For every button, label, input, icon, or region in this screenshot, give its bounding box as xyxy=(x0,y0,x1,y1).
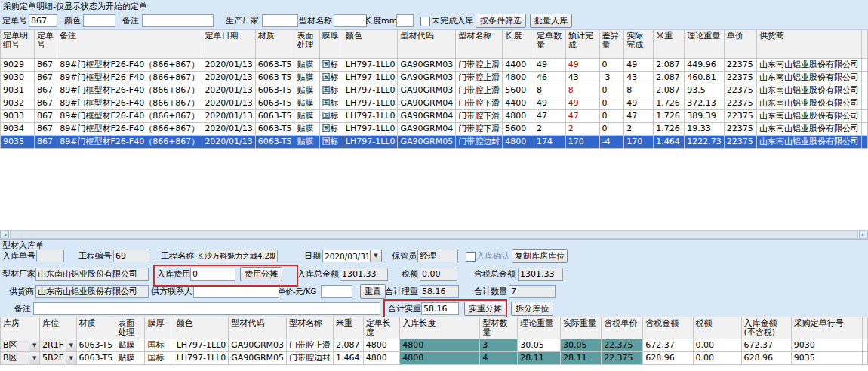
cell[interactable]: 6063-T5 xyxy=(255,136,294,149)
unfinished-inbound-checkbox[interactable] xyxy=(420,17,430,26)
actual-weight-allocate-button[interactable]: 实重分摊 xyxy=(464,302,506,316)
cell[interactable] xyxy=(862,136,868,149)
cell[interactable]: 867 xyxy=(35,84,57,97)
chevron-down-icon[interactable]: ▼ xyxy=(66,352,76,364)
cell[interactable]: 372.13 xyxy=(685,97,725,110)
cell[interactable]: 5600 xyxy=(503,84,534,97)
cell[interactable]: 2.087 xyxy=(334,339,364,352)
cell[interactable]: 0.00 xyxy=(693,339,741,352)
cell[interactable]: 贴膜 xyxy=(294,97,319,110)
cell[interactable]: GA90GRM04 xyxy=(398,123,456,136)
column-header[interactable]: 含税单价 xyxy=(602,317,643,339)
cell[interactable]: 22375 xyxy=(724,97,756,110)
cell[interactable]: 山东南山铝业股份有限公司 xyxy=(757,110,862,123)
cell[interactable]: 22375 xyxy=(724,59,756,72)
cell[interactable]: -3 xyxy=(599,72,624,84)
cell[interactable] xyxy=(862,97,868,110)
cell[interactable] xyxy=(862,339,867,352)
total-with-tax-input[interactable] xyxy=(518,268,563,281)
cell[interactable]: -4 xyxy=(599,136,624,149)
cell[interactable]: 0 xyxy=(599,97,624,110)
cell[interactable]: 49 xyxy=(565,97,599,110)
cell[interactable]: 4800 xyxy=(400,339,480,352)
cell[interactable]: 9029 xyxy=(1,59,35,72)
cell[interactable]: 0 xyxy=(599,110,624,123)
cell[interactable]: 0 xyxy=(599,59,624,72)
cell[interactable]: 贴膜 xyxy=(294,136,319,149)
cell[interactable]: 89#门框型材F26-F40（866+867） xyxy=(57,136,202,149)
cell[interactable]: 4800 xyxy=(503,110,534,123)
column-header[interactable]: 税额 xyxy=(693,317,741,339)
total-actual-weight-input[interactable] xyxy=(421,302,459,315)
column-header[interactable] xyxy=(862,30,868,59)
cell[interactable]: 867 xyxy=(35,97,57,110)
cell[interactable]: 门带腔下滑 xyxy=(456,97,503,110)
cell[interactable]: 47 xyxy=(624,110,654,123)
supplier-contact-input[interactable] xyxy=(193,285,279,298)
cell[interactable]: 国标 xyxy=(319,123,343,136)
split-bin-button[interactable]: 拆分库位 xyxy=(511,302,553,316)
filter-length-input[interactable] xyxy=(396,14,414,27)
cell[interactable]: 1.726 xyxy=(654,97,685,110)
cell[interactable]: 国标 xyxy=(145,339,174,352)
cell[interactable]: 山东南山铝业股份有限公司 xyxy=(757,84,862,97)
column-header[interactable]: 定单数量 xyxy=(534,30,566,59)
cell[interactable]: 贴膜 xyxy=(294,72,319,84)
cell[interactable]: 贴膜 xyxy=(115,339,145,352)
date-dropdown-button[interactable]: ▼ xyxy=(370,250,382,262)
cell[interactable]: 22375 xyxy=(724,123,756,136)
column-header[interactable]: 表面处理 xyxy=(294,30,319,59)
supplier-input[interactable] xyxy=(35,285,149,298)
cell[interactable]: 4800 xyxy=(503,72,534,84)
cell[interactable]: 22375 xyxy=(724,72,756,84)
column-header[interactable]: 型材名称 xyxy=(287,317,334,339)
cell[interactable]: 628.96 xyxy=(741,352,791,365)
cell[interactable]: 49 xyxy=(624,59,654,72)
column-header[interactable]: 理论重量 xyxy=(518,317,561,339)
cell[interactable]: 389.39 xyxy=(685,110,725,123)
cell[interactable]: LH797-1LL0 xyxy=(174,352,229,365)
cell[interactable]: 170 xyxy=(565,136,599,149)
cell[interactable]: 89#门框型材F26-F40（866+867） xyxy=(57,59,202,72)
cell[interactable]: 门带腔下滑 xyxy=(456,123,503,136)
cell[interactable]: 2 xyxy=(534,123,566,136)
cell[interactable]: 49 xyxy=(534,97,566,110)
cell[interactable]: 6063-T5 xyxy=(255,110,294,123)
table-row[interactable]: B区▼5B2F▼6063-T5贴膜国标LH797-1LL0GA90GRM05门带… xyxy=(1,352,868,365)
cell[interactable]: 9035 xyxy=(791,352,862,365)
cell[interactable]: 0.00 xyxy=(693,352,741,365)
filter-profile-name-input[interactable] xyxy=(334,14,367,27)
cell[interactable]: 2020/01/13 xyxy=(202,123,255,136)
cell[interactable]: 4800 xyxy=(363,339,400,352)
cell[interactable]: 6063-T5 xyxy=(255,72,294,84)
cell[interactable]: 8 xyxy=(624,84,654,97)
cell[interactable]: 9030 xyxy=(1,72,35,84)
table-row[interactable]: 902986789#门框型材F26-F40（866+867）2020/01/13… xyxy=(1,59,868,72)
cell[interactable]: 89#门框型材F26-F40（866+867） xyxy=(57,97,202,110)
column-header[interactable]: 理论重量 xyxy=(685,30,725,59)
column-header[interactable]: 材质 xyxy=(255,30,294,59)
cell[interactable]: 6063-T5 xyxy=(255,123,294,136)
column-header[interactable]: 实际完成 xyxy=(624,30,654,59)
cell[interactable]: 9030 xyxy=(791,339,862,352)
cell[interactable]: LH797-1LL0 xyxy=(343,72,398,84)
filter-note-input[interactable] xyxy=(142,14,214,27)
cell[interactable] xyxy=(862,72,868,84)
scrollbar-thumb[interactable] xyxy=(10,231,858,238)
cell[interactable]: 门带腔边封 xyxy=(287,352,334,365)
cell[interactable]: 国标 xyxy=(319,84,343,97)
cell[interactable]: 2.087 xyxy=(654,84,685,97)
cell[interactable]: 2 xyxy=(624,123,654,136)
cell[interactable]: 6063-T5 xyxy=(76,352,115,365)
cell[interactable]: 国标 xyxy=(319,110,343,123)
cell[interactable]: 4400 xyxy=(503,97,534,110)
cell[interactable]: 4400 xyxy=(503,59,534,72)
column-header[interactable]: 材质 xyxy=(76,317,115,339)
cell[interactable]: LH797-1LL0 xyxy=(343,123,398,136)
cell[interactable] xyxy=(862,110,868,123)
cell[interactable]: 22375 xyxy=(724,136,756,149)
keeper-input[interactable] xyxy=(417,250,458,262)
cell[interactable]: 4800 xyxy=(363,352,400,365)
cell[interactable]: 贴膜 xyxy=(294,59,319,72)
cell[interactable]: 9031 xyxy=(1,84,35,97)
